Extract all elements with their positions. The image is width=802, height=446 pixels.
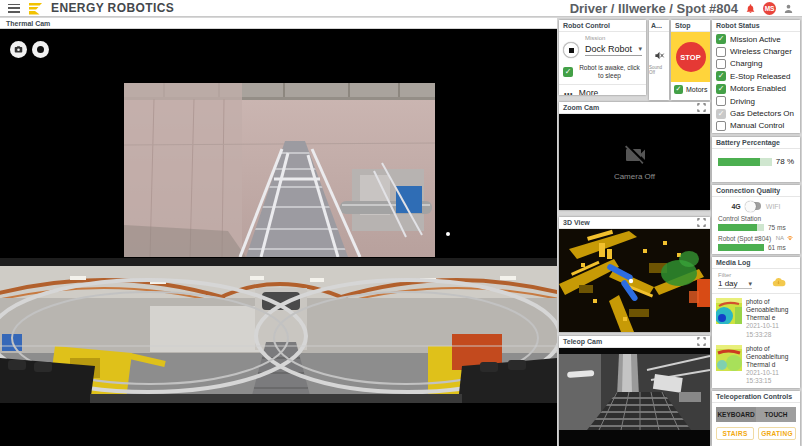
- zoom-cam-view[interactable]: Camera Off: [559, 114, 710, 210]
- expand-icon[interactable]: [697, 337, 706, 346]
- front-cam-view[interactable]: [124, 83, 435, 257]
- media-item-title: photo of Genoableitung Thermal e: [746, 298, 796, 322]
- driving-checkbox[interactable]: [716, 96, 726, 106]
- thermal-thumbnail: [716, 298, 742, 324]
- more-label: More: [579, 88, 598, 95]
- battery-panel: Battery Percentage 78 %: [712, 137, 800, 182]
- status-label: Manual Control: [730, 121, 784, 130]
- charging-checkbox[interactable]: [716, 59, 726, 69]
- expand-icon[interactable]: [697, 218, 706, 227]
- robot-status-title: Robot Status: [716, 22, 760, 29]
- status-row: Motors Enabled: [712, 83, 800, 95]
- 3d-view-title: 3D View: [563, 219, 590, 226]
- user-icon[interactable]: [783, 3, 794, 14]
- 3d-view-panel: 3D View: [559, 217, 710, 332]
- mode-4g-label: 4G: [731, 203, 740, 210]
- mission-select[interactable]: Dock Robot: [585, 44, 642, 56]
- top-bar: ENERGY ROBOTICS Driver / Illwerke / Spot…: [0, 0, 802, 17]
- estop-released-checkbox[interactable]: [716, 71, 726, 81]
- media-item-date: 2021-10-11: [746, 322, 796, 330]
- camera-off-icon: [623, 143, 647, 167]
- grating-button[interactable]: GRATING: [758, 427, 796, 440]
- manual-control-checkbox[interactable]: [716, 121, 726, 131]
- control-station-latency: 75 ms: [768, 224, 786, 231]
- zoom-cam-panel: Zoom Cam Camera Off: [559, 102, 710, 210]
- camera-off-text: Camera Off: [614, 172, 655, 181]
- gas-detectors-checkbox[interactable]: [716, 109, 726, 119]
- media-log-panel: Media Log Filter 1 day photo of Genoable…: [712, 257, 800, 388]
- robot-conn-bar: [718, 244, 764, 251]
- status-label: Mission Active: [730, 35, 781, 44]
- tab-keyboard[interactable]: KEYBOARD: [716, 407, 756, 422]
- more-button[interactable]: More: [559, 86, 646, 95]
- emergency-stop-button[interactable]: STOP: [676, 42, 706, 72]
- thermal-thumbnail: [716, 345, 742, 371]
- status-label: Motors Enabled: [730, 84, 786, 93]
- robot-control-panel: Robot Control Mission Dock Robot Robot i…: [559, 20, 646, 95]
- thermal-cam-title: Thermal Cam: [0, 18, 557, 29]
- battery-bar: [718, 158, 772, 166]
- tab-touch[interactable]: TOUCH: [756, 407, 796, 422]
- take-photo-button[interactable]: [10, 41, 27, 58]
- status-label: Charging: [730, 59, 762, 68]
- avatar[interactable]: MS: [763, 2, 776, 15]
- stop-mission-button[interactable]: [563, 42, 579, 58]
- robot-latency: 61 ms: [768, 244, 786, 251]
- cloud-sync-icon: [771, 274, 786, 286]
- breadcrumb: Driver / Illwerke / Spot #804: [570, 1, 738, 16]
- battery-percent: 78 %: [776, 157, 794, 166]
- control-station-bar: [718, 224, 764, 231]
- stop-panel: Stop STOP Motors: [671, 20, 710, 100]
- filter-value: 1 day: [718, 279, 738, 288]
- record-dot-icon: [37, 46, 44, 53]
- network-mode-toggle[interactable]: [746, 202, 761, 210]
- mission-active-checkbox[interactable]: [716, 34, 726, 44]
- control-station-label: Control Station: [718, 215, 761, 222]
- motors-checkbox[interactable]: [674, 85, 683, 94]
- stairs-button[interactable]: STAIRS: [716, 427, 754, 440]
- robot-status-panel: Robot Status Mission Active Wireless Cha…: [712, 20, 800, 133]
- status-label: Gas Detectors On: [730, 109, 794, 118]
- mode-wifi-label: WIFI: [766, 203, 781, 210]
- wifi-icon: [786, 234, 794, 242]
- expand-icon[interactable]: [697, 103, 706, 112]
- awake-checkbox[interactable]: [563, 67, 573, 77]
- status-row: E-Stop Released: [712, 70, 800, 82]
- status-row: Charging: [712, 58, 800, 70]
- teleoperation-controls-panel: Teleoperation Controls KEYBOARD TOUCH ST…: [712, 391, 800, 446]
- media-log-item[interactable]: photo of Genoableitung Thermal e 2021-10…: [712, 294, 800, 341]
- sound-off-icon[interactable]: [654, 50, 665, 61]
- mission-value: Dock Robot: [585, 44, 632, 54]
- motors-enabled-checkbox[interactable]: [716, 84, 726, 94]
- teleop-mode-tabs: KEYBOARD TOUCH: [716, 407, 796, 422]
- media-item-time: 15:33:15: [746, 377, 796, 385]
- status-label: E-Stop Released: [730, 72, 790, 81]
- battery-title: Battery Percentage: [716, 139, 780, 146]
- media-item-title: photo of Genoableitung Thermal d: [746, 345, 796, 369]
- camera-icon: [14, 45, 23, 54]
- motors-label: Motors: [686, 86, 707, 93]
- wireless-charger-checkbox[interactable]: [716, 47, 726, 57]
- awake-text: Robot is awake, click to sleep: [577, 64, 642, 80]
- teleop-cam-view[interactable]: [559, 348, 710, 446]
- connection-panel: Connection Quality 4G WIFI Control Stati…: [712, 185, 800, 254]
- status-label: Wireless Charger: [730, 47, 792, 56]
- media-log-item[interactable]: photo of Genoableitung Thermal d 2021-10…: [712, 341, 800, 388]
- brand-logo-icon: [27, 2, 44, 15]
- panorama-cam-view[interactable]: [0, 258, 557, 403]
- 3d-point-cloud-view[interactable]: [559, 229, 710, 332]
- status-row: Mission Active: [712, 33, 800, 45]
- notifications-bell-icon[interactable]: [745, 3, 756, 14]
- audio-panel: A... Sound Off: [649, 20, 669, 100]
- app-root: ENERGY ROBOTICS Driver / Illwerke / Spot…: [0, 0, 802, 446]
- audio-title: A...: [651, 22, 662, 29]
- record-button[interactable]: [32, 41, 49, 58]
- stop-title: Stop: [675, 22, 691, 29]
- stop-square-icon: [569, 48, 574, 53]
- brand-name: ENERGY ROBOTICS: [51, 1, 174, 15]
- status-label: Driving: [730, 97, 755, 106]
- robot-na-label: NA: [776, 235, 784, 241]
- menu-icon[interactable]: [8, 4, 20, 13]
- filter-select[interactable]: 1 day: [718, 279, 752, 289]
- more-dots-icon: [564, 88, 573, 95]
